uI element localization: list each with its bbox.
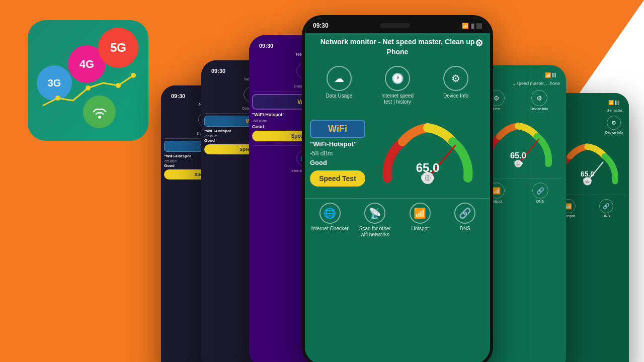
right-back2-dns: DNS — [602, 214, 610, 218]
speed-test-button-main[interactable]: Speed Test — [310, 170, 365, 187]
right-back1-dns: DNS — [536, 200, 544, 203]
device-info-item[interactable]: ⚙ Device Info — [436, 66, 476, 105]
speed-history-icon: 🕐 — [385, 66, 410, 91]
right-back1-device-info: Device Info — [530, 107, 548, 111]
app-icon: 3G 4G 5G — [28, 20, 148, 141]
svg-text:Mbps: Mbps — [514, 160, 523, 165]
svg-text:65.0: 65.0 — [581, 170, 594, 178]
scan-wifi-icon: 📡 — [364, 203, 385, 224]
bottom-icons: 🌐 Internet Checker 📡 Scan for other wifi… — [305, 198, 490, 242]
main-screen: 09:30 📶 ||| ⬛ Network monitor - Net spee… — [305, 18, 490, 362]
data-usage-item[interactable]: ☁ Data Usage — [319, 66, 359, 105]
wifi-dbm-main: -58 dBm — [310, 150, 365, 157]
svg-text:65.0: 65.0 — [510, 151, 526, 160]
internet-checker-item[interactable]: 🌐 Internet Checker — [310, 203, 350, 238]
scan-wifi-label: Scan for other wifi networks — [355, 226, 395, 238]
internet-checker-label: Internet Checker — [311, 226, 349, 232]
wifi-quality-main: Good — [310, 159, 365, 166]
main-header-title: Network monitor - Net speed master, Clea… — [320, 38, 475, 56]
scan-wifi-item[interactable]: 📡 Scan for other wifi networks — [355, 203, 395, 238]
svg-text:Mbps: Mbps — [421, 174, 435, 180]
main-top-bar: 09:30 📶 ||| ⬛ — [305, 18, 490, 33]
gauge-svg: 65.0 Mbps — [377, 113, 478, 193]
main-app-header: Network monitor - Net speed master, Clea… — [305, 33, 490, 61]
right-back1-speed-test: t test — [493, 107, 500, 111]
speed-history-label: Internet speed test | history — [377, 93, 418, 105]
phones-container: 09:30 📷 Netwo... ☁ Data Usage WiFi "WiFI… — [151, 0, 644, 362]
device-info-icon: ⚙ — [443, 66, 468, 91]
wifi-badge-main: WiFi — [310, 120, 365, 138]
wifi-info-panel: WiFi "WiFi-Hotspot" -58 dBm Good Speed T… — [310, 120, 365, 187]
bubble-5g: 5G — [98, 28, 138, 68]
svg-point-2 — [86, 85, 91, 90]
device-info-label: Device Info — [443, 93, 468, 99]
main-icon-grid: ☁ Data Usage 🕐 Internet speed test | his… — [305, 61, 490, 110]
svg-text:Mbps: Mbps — [583, 178, 592, 182]
gauge-container: 65.0 Mbps — [370, 113, 485, 193]
gauge-area: WiFi "WiFi-Hotspot" -58 dBm Good Speed T… — [305, 110, 490, 196]
speed-history-item[interactable]: 🕐 Internet speed test | history — [377, 66, 418, 105]
dns-icon: 🔗 — [454, 203, 475, 224]
hotspot-item[interactable]: 📶 Hotspot — [400, 203, 440, 238]
hotspot-label: Hotspot — [412, 226, 429, 232]
settings-icon[interactable]: ⚙ — [475, 37, 483, 50]
svg-point-0 — [98, 116, 101, 119]
hotspot-icon: 📶 — [410, 203, 431, 224]
main-time: 09:30 — [313, 22, 329, 29]
internet-checker-icon: 🌐 — [319, 203, 341, 224]
data-usage-icon: ☁ — [327, 66, 352, 91]
svg-point-3 — [116, 83, 121, 88]
svg-point-1 — [55, 96, 60, 101]
data-usage-label: Data Usage — [326, 93, 353, 99]
phone-main: 09:30 📶 ||| ⬛ Network monitor - Net spee… — [302, 15, 493, 362]
svg-point-4 — [131, 73, 136, 78]
svg-text:65.0: 65.0 — [416, 161, 440, 174]
dns-label: DNS — [460, 226, 470, 232]
right-back2-device-info: Device Info — [605, 131, 623, 134]
dns-item[interactable]: 🔗 DNS — [445, 203, 485, 238]
wifi-name-main: "WiFi-Hotspot" — [310, 140, 365, 148]
